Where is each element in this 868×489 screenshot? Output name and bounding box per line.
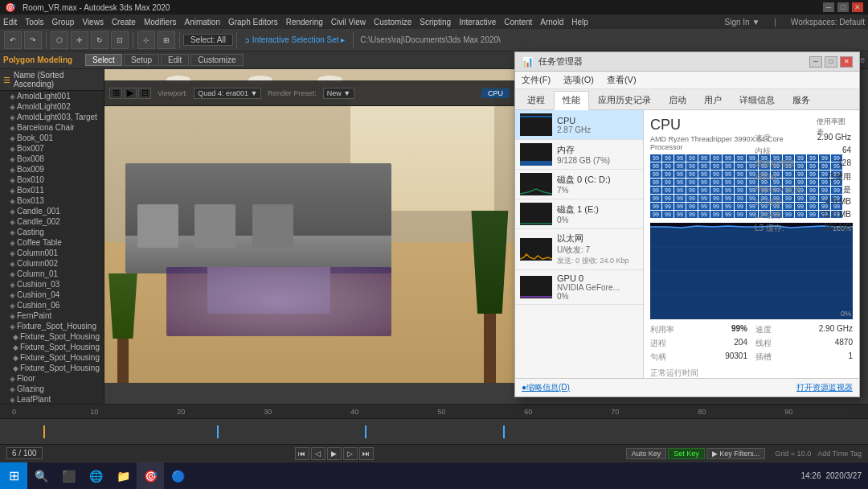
current-frame-display[interactable]: 6 / 100	[6, 447, 43, 459]
start-button[interactable]: ⊞	[0, 462, 27, 490]
3dsmax-taskbar-button[interactable]: 🎯	[137, 462, 164, 490]
tm-menu-options[interactable]: 选项(O)	[562, 73, 596, 87]
goto-end-button[interactable]: ⏭	[359, 447, 374, 460]
scene-item[interactable]: ◆Fixture_Spot_Housing	[0, 331, 104, 342]
tab-edit[interactable]: Edit	[161, 54, 189, 66]
menu-item-content[interactable]: Content	[504, 18, 532, 27]
named-selection[interactable]: Select: All	[183, 34, 233, 46]
scene-item[interactable]: ◆Fixture_Spot_Housing	[0, 342, 104, 352]
tab-customize[interactable]: Customize	[190, 54, 243, 66]
perf-item-disk0[interactable]: 磁盘 0 (C: D:) 7%	[515, 170, 643, 199]
scene-item[interactable]: ◈Box010	[0, 175, 104, 185]
menu-item-group[interactable]: Group	[52, 18, 75, 27]
tm-resource-monitor-link[interactable]: 打开资源监视器	[796, 382, 853, 393]
undo-button[interactable]: ↶	[4, 31, 22, 49]
scene-item[interactable]: ◈Box007	[0, 143, 104, 154]
tab-app-history[interactable]: 应用历史记录	[589, 91, 660, 109]
play-button[interactable]: ▶	[327, 447, 342, 460]
sign-in-button[interactable]: Sign In ▼	[725, 18, 760, 27]
menu-item-edit[interactable]: Edit	[3, 18, 17, 27]
render-icon-1[interactable]: ⊞	[109, 88, 122, 99]
scene-item[interactable]: ◈Barcelona Chair	[0, 122, 104, 133]
menu-item-customize[interactable]: Customize	[374, 18, 411, 27]
menu-item-help[interactable]: Help	[571, 18, 588, 27]
tab-select[interactable]: Select	[85, 54, 122, 66]
scene-item[interactable]: ◈Cushion_06	[0, 300, 104, 310]
minimize-button[interactable]: ─	[823, 2, 834, 12]
set-key-button[interactable]: Set Key	[668, 448, 705, 459]
scene-item[interactable]: ◈Candle_001	[0, 206, 104, 216]
rotate-button[interactable]: ↻	[91, 31, 108, 49]
scene-item[interactable]: ◈Column001	[0, 248, 104, 258]
perf-item-ethernet[interactable]: 以太网 U/收发: 7 发送: 0 接收: 24.0 Kbp	[515, 229, 643, 270]
tm-menu-view[interactable]: 查看(V)	[605, 73, 638, 87]
tm-menu-file[interactable]: 文件(F)	[520, 73, 552, 87]
tab-services[interactable]: 服务	[784, 91, 819, 109]
key-filters-button[interactable]: ▶ Key Filters...	[706, 448, 766, 459]
scale-button[interactable]: ⊡	[111, 31, 129, 49]
search-button[interactable]: 🔍	[27, 462, 55, 490]
tab-users[interactable]: 用户	[695, 91, 731, 109]
close-button[interactable]: ✕	[852, 2, 863, 12]
mirror-button[interactable]: ⊞	[158, 31, 175, 49]
tab-details[interactable]: 详细信息	[731, 91, 784, 109]
maximize-button[interactable]: □	[837, 2, 849, 12]
menu-item-tools[interactable]: Tools	[25, 18, 43, 27]
tab-performance[interactable]: 性能	[554, 91, 589, 110]
scene-item[interactable]: ◈AmoldLight002	[0, 101, 104, 112]
scene-item[interactable]: ◈Book_001	[0, 133, 104, 143]
scene-item[interactable]: ◈Fixture_Spot_Housing	[0, 321, 104, 331]
scene-item[interactable]: ◈Box013	[0, 195, 104, 206]
scene-item[interactable]: ◈Glazing	[0, 384, 104, 394]
auto-key-button[interactable]: Auto Key	[626, 448, 667, 459]
select-button[interactable]: ⬡	[51, 31, 68, 49]
scene-item[interactable]: ◈Cushion_04	[0, 290, 104, 300]
move-button[interactable]: ✛	[71, 31, 88, 49]
scene-item[interactable]: ◈FernPaint	[0, 310, 104, 321]
scene-item[interactable]: ◈Cushion_03	[0, 279, 104, 290]
tm-maximize-button[interactable]: □	[825, 56, 837, 68]
perf-item-disk1[interactable]: 磁盘 1 (E:) 0%	[515, 199, 643, 229]
scene-item[interactable]: ◈Box008	[0, 154, 104, 164]
goto-start-button[interactable]: ⏮	[295, 447, 309, 460]
tm-close-button[interactable]: ✕	[840, 56, 853, 68]
tm-thumbnail-link[interactable]: ●缩略信息(D)	[522, 382, 570, 393]
perf-item-memory[interactable]: 内存 9/128 GB (7%)	[515, 140, 643, 170]
scene-item[interactable]: ◈Casting	[0, 227, 104, 237]
menu-item-graph-editors[interactable]: Graph Editors	[228, 18, 278, 27]
task-view-button[interactable]: ⬛	[55, 462, 82, 490]
scene-item[interactable]: ◈Coffee Table	[0, 237, 104, 248]
menu-item-modifiers[interactable]: Modifiers	[144, 18, 177, 27]
prev-frame-button[interactable]: ◁	[311, 447, 326, 460]
edge-button[interactable]: 🌐	[82, 462, 109, 490]
menu-item-arnold[interactable]: Arnold	[540, 18, 563, 27]
redo-button[interactable]: ↷	[24, 31, 42, 49]
scene-item[interactable]: ◆Fixture_Spot_Housing	[0, 352, 104, 363]
scene-item[interactable]: ◈Candle_002	[0, 216, 104, 227]
perf-item-cpu[interactable]: CPU 2.87 GHz	[515, 110, 643, 140]
viewport-selector[interactable]: Quad 4: era001 ▼	[194, 88, 261, 99]
menu-item-create[interactable]: Create	[112, 18, 136, 27]
scene-item[interactable]: ◈Column002	[0, 258, 104, 269]
perf-item-gpu[interactable]: GPU 0 NVIDIA GeFore... 0%	[515, 270, 643, 305]
next-frame-button[interactable]: ▷	[343, 447, 358, 460]
menu-item-interactive[interactable]: Interactive	[459, 18, 496, 27]
menu-item-rendering[interactable]: Rendering	[286, 18, 323, 27]
menu-item-animation[interactable]: Animation	[184, 18, 219, 27]
scene-item[interactable]: ◈AmoldLight001	[0, 91, 104, 101]
cpu-render-button[interactable]: CPU	[481, 88, 510, 98]
menu-item-views[interactable]: Views	[82, 18, 104, 27]
explorer-button[interactable]: 📁	[109, 462, 137, 490]
tab-startup[interactable]: 启动	[660, 91, 695, 109]
scene-item[interactable]: ◆Fixture_Spot_Housing	[0, 363, 104, 373]
tm-minimize-button[interactable]: ─	[809, 56, 822, 68]
render-preview[interactable]	[104, 69, 514, 383]
render-icon-2[interactable]: ▶	[124, 88, 137, 99]
timeline[interactable]: 0 10 20 30 40 50 60 70 80 90	[0, 404, 868, 444]
chrome-button[interactable]: 🔵	[164, 462, 191, 490]
scene-item[interactable]: ◈Floor	[0, 373, 104, 384]
timeline-content[interactable]	[0, 419, 868, 445]
scene-item[interactable]: ◈Box011	[0, 185, 104, 195]
menu-item-civil-view[interactable]: Civil View	[331, 18, 366, 27]
menu-item-scripting[interactable]: Scripting	[420, 18, 451, 27]
